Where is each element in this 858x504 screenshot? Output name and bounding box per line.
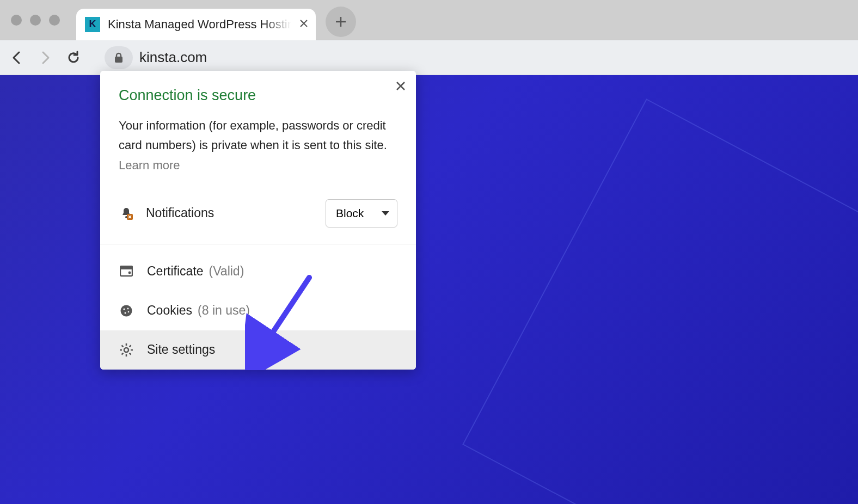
popover-links: Certificate (Valid) Cookies (8 in use) (100, 244, 416, 370)
svg-point-9 (125, 312, 126, 314)
tab-close-icon[interactable] (299, 18, 308, 30)
address-bar[interactable]: kinsta.com (105, 46, 849, 69)
notifications-select[interactable]: Block (326, 199, 397, 228)
certificate-icon (119, 264, 134, 279)
tab-title: Kinsta Managed WordPress Hosting (108, 17, 295, 32)
svg-point-8 (127, 308, 129, 309)
connection-status-title: Connection is secure (119, 87, 397, 104)
chevron-down-icon (382, 211, 389, 216)
site-settings-label: Site settings (147, 342, 215, 357)
window-maximize-dot[interactable] (49, 15, 60, 26)
notifications-label: Notifications (146, 206, 314, 220)
window-controls (11, 15, 60, 26)
cookie-icon (119, 303, 134, 318)
svg-line-17 (130, 353, 131, 355)
site-info-popover: Connection is secure Your information (f… (100, 71, 416, 370)
back-button[interactable] (9, 50, 25, 66)
lock-icon (114, 52, 124, 63)
svg-line-18 (130, 345, 131, 347)
forward-button[interactable] (37, 50, 53, 66)
svg-rect-0 (115, 57, 122, 63)
svg-line-19 (122, 353, 124, 355)
notifications-value: Block (336, 207, 364, 220)
learn-more-link[interactable]: Learn more (119, 158, 180, 172)
certificate-status: (Valid) (209, 264, 244, 279)
new-tab-button[interactable] (326, 7, 356, 37)
site-settings-row[interactable]: Site settings (100, 330, 416, 370)
cookies-row[interactable]: Cookies (8 in use) (100, 291, 416, 330)
svg-line-16 (122, 345, 124, 347)
svg-point-7 (123, 308, 125, 310)
svg-point-10 (128, 311, 130, 313)
svg-point-5 (128, 271, 131, 274)
browser-tab[interactable]: K Kinsta Managed WordPress Hosting (76, 9, 316, 40)
connection-description: Your information (for example, passwords… (119, 116, 397, 175)
certificate-row[interactable]: Certificate (Valid) (100, 252, 416, 291)
cookies-status: (8 in use) (198, 303, 250, 318)
cookies-label: Cookies (147, 303, 192, 318)
svg-point-6 (121, 305, 132, 316)
notifications-permission-row: Notifications Block (100, 189, 416, 244)
browser-toolbar: kinsta.com (0, 40, 858, 75)
decorative-shape (462, 99, 858, 504)
gear-icon (119, 342, 134, 358)
svg-rect-4 (120, 266, 132, 269)
window-close-dot[interactable] (11, 15, 22, 26)
window-minimize-dot[interactable] (30, 15, 41, 26)
bell-blocked-icon (119, 206, 134, 221)
reload-button[interactable] (65, 50, 82, 66)
svg-point-11 (124, 348, 128, 352)
tab-favicon: K (85, 17, 100, 32)
site-info-button[interactable] (105, 46, 133, 69)
certificate-label: Certificate (147, 264, 204, 279)
tab-strip: K Kinsta Managed WordPress Hosting (0, 0, 858, 40)
popover-close-button[interactable] (395, 79, 406, 95)
url-text: kinsta.com (139, 49, 207, 66)
